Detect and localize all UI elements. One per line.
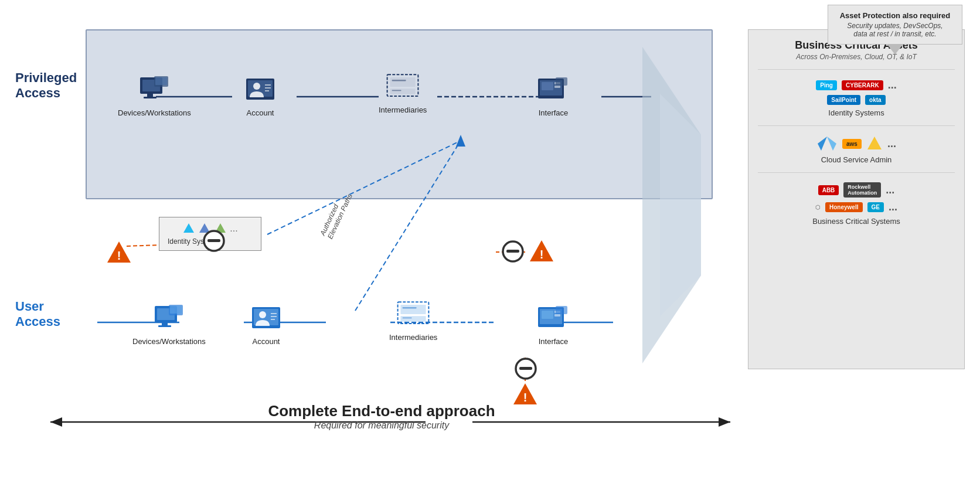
funnel-shape <box>642 47 701 363</box>
honeywell-logo: Honeywell <box>825 202 862 212</box>
svg-rect-27 <box>265 84 271 86</box>
bca-cloud-label: Cloud Service Admin <box>758 155 955 164</box>
svg-rect-21 <box>144 97 156 98</box>
priv-account-image <box>244 73 277 106</box>
svg-rect-32 <box>390 89 416 94</box>
svg-marker-83 <box>867 137 882 149</box>
priv-devices-image <box>138 73 171 106</box>
bca-panel: Business Critical Assets Across On-Premi… <box>748 29 965 369</box>
priv-interface-icon: Interface <box>537 73 570 117</box>
user-intermediaries-icon: Intermediaries <box>389 298 437 342</box>
svg-rect-23 <box>155 77 167 85</box>
svg-rect-66 <box>401 316 426 322</box>
user-access-label: User Access <box>15 299 83 330</box>
azure-logo <box>816 135 838 152</box>
svg-rect-20 <box>147 94 153 97</box>
ge-logo: GE <box>867 202 884 212</box>
user-devices-icon: Devices/Workstations <box>132 302 206 346</box>
svg-rect-39 <box>554 86 560 88</box>
user-account-image <box>250 302 283 335</box>
priv-interface-label: Interface <box>539 108 569 117</box>
priv-devices-label: Devices/Workstations <box>118 108 191 117</box>
google-cloud-logo <box>866 135 883 152</box>
svg-rect-40 <box>556 77 567 86</box>
svg-rect-55 <box>158 325 171 327</box>
bca-identity-logos: Ping CYBERARK ... <box>758 79 955 91</box>
bottom-section: Complete End-to-end approach Required fo… <box>15 402 748 431</box>
no-entry-left <box>203 230 225 254</box>
svg-rect-65 <box>401 305 426 314</box>
svg-rect-74 <box>556 306 567 314</box>
bca-ot-section: ABB RockwellAutomation ... ⬡ Honeywell G… <box>758 172 955 226</box>
svg-rect-29 <box>265 90 269 91</box>
svg-rect-62 <box>271 316 277 317</box>
svg-rect-54 <box>162 322 168 325</box>
svg-rect-57 <box>170 306 182 314</box>
privileged-access-label: Privileged Access <box>15 70 83 101</box>
no-entry-bottom <box>515 358 537 382</box>
sailpoint-logo: SailPoint <box>827 95 860 105</box>
svg-point-26 <box>253 83 260 90</box>
priv-account-label: Account <box>247 108 274 117</box>
priv-account-icon: Account <box>244 73 277 117</box>
aws-logo: aws <box>842 139 862 149</box>
priv-intermediaries-icon: Intermediaries <box>379 70 427 114</box>
svg-rect-45 <box>207 239 220 242</box>
abb-logo: ABB <box>818 185 839 195</box>
priv-interface-image <box>537 73 570 106</box>
user-intermediaries-image <box>397 298 430 331</box>
svg-rect-63 <box>271 319 275 320</box>
svg-rect-34 <box>392 90 401 91</box>
no-entry-mid <box>502 240 524 265</box>
svg-marker-82 <box>827 137 836 151</box>
svg-rect-33 <box>392 80 406 81</box>
user-devices-label: Devices/Workstations <box>132 337 206 346</box>
user-devices-image <box>152 302 185 335</box>
svg-rect-73 <box>554 314 560 317</box>
warning-left: ! <box>106 240 132 266</box>
svg-text:!: ! <box>540 248 544 261</box>
diagram-area: Privileged Access User Access <box>15 12 965 434</box>
svg-rect-49 <box>506 250 519 253</box>
bca-identity-logos-2: SailPoint okta <box>758 95 955 105</box>
priv-intermediaries-image <box>386 70 419 103</box>
bca-ot-label: Business Critical Systems <box>758 217 955 226</box>
asset-protection-callout: Asset Protection also required Security … <box>828 5 962 45</box>
user-account-icon: Account <box>250 302 283 346</box>
bottom-title: Complete End-to-end approach <box>15 402 748 420</box>
svg-marker-81 <box>818 137 827 151</box>
bca-cloud-logos: aws ... <box>758 135 955 152</box>
svg-rect-28 <box>265 87 271 89</box>
svg-point-60 <box>259 311 266 318</box>
main-container: Asset Protection also required Security … <box>0 0 980 490</box>
bca-ot-logos-2: ⬡ Honeywell GE ... <box>758 201 955 213</box>
bca-ot-logos: ABB RockwellAutomation ... <box>758 182 955 198</box>
bca-cloud-section: aws ... Cloud Service Admin <box>758 125 955 164</box>
svg-rect-67 <box>403 307 417 308</box>
svg-rect-71 <box>542 311 553 319</box>
svg-rect-76 <box>519 367 532 370</box>
svg-marker-41 <box>183 223 194 233</box>
cyberark-logo: CYBERARK <box>842 80 883 90</box>
bca-identity-section: Ping CYBERARK ... SailPoint okta Identit… <box>758 69 955 117</box>
user-account-label: Account <box>253 337 280 346</box>
warning-right-priv: ! <box>529 239 554 265</box>
priv-devices-icon: Devices/Workstations <box>118 73 191 117</box>
rockwell-logo: RockwellAutomation <box>843 182 881 198</box>
bca-subtitle: Across On-Premises, Cloud, OT, & IoT <box>748 53 964 61</box>
user-interface-label: Interface <box>539 337 569 346</box>
ap-subtitle: Security updates, DevSecOps,data at rest… <box>838 22 952 38</box>
user-interface-image <box>537 302 570 335</box>
svg-rect-31 <box>390 77 416 87</box>
svg-rect-61 <box>271 313 277 314</box>
svg-text:!: ! <box>117 249 121 262</box>
ap-title: Asset Protection also required <box>838 11 952 20</box>
user-intermediaries-label: Intermediaries <box>389 333 437 342</box>
svg-rect-68 <box>403 318 412 319</box>
bottom-subtitle: Required for meaningful security <box>15 420 748 431</box>
ping-logo: Ping <box>816 80 837 90</box>
priv-intermediaries-label: Intermediaries <box>379 106 427 114</box>
okta-logo: okta <box>865 95 886 105</box>
bca-identity-label: Identity Systems <box>758 108 955 117</box>
svg-rect-37 <box>542 82 553 90</box>
